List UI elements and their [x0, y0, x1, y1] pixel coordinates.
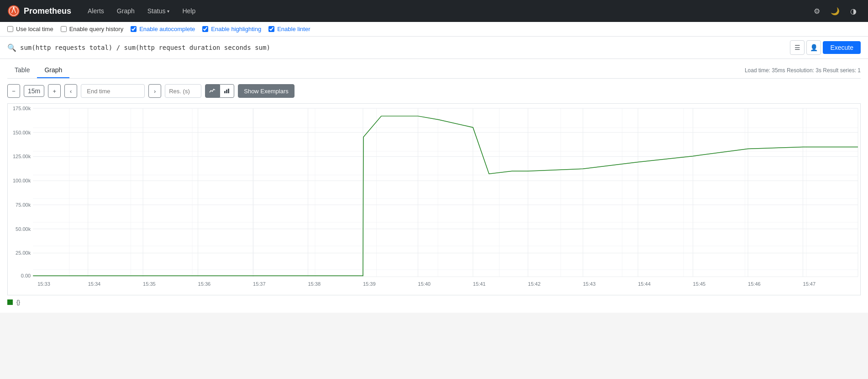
stacked-chart-icon	[224, 87, 230, 95]
svg-text:15:40: 15:40	[418, 281, 431, 287]
svg-text:15:35: 15:35	[143, 281, 156, 287]
svg-rect-4	[226, 90, 227, 93]
svg-text:125.00k: 125.00k	[13, 154, 31, 159]
svg-text:50.00k: 50.00k	[16, 226, 31, 232]
chart-type-toggle	[205, 84, 234, 98]
use-local-time-label[interactable]: Use local time	[7, 26, 53, 32]
enable-linter-text: Enable linter	[277, 26, 310, 32]
svg-text:15:45: 15:45	[693, 281, 706, 287]
svg-point-2	[13, 7, 15, 9]
svg-text:15:37: 15:37	[253, 281, 266, 287]
use-local-time-text: Use local time	[16, 26, 53, 32]
svg-text:15:43: 15:43	[583, 281, 596, 287]
nav-alerts[interactable]: Alerts	[82, 4, 110, 18]
navbar-right: ⚙ 🌙 ◑	[810, 4, 861, 18]
enable-query-history-text: Enable query history	[69, 26, 124, 32]
main-nav: Alerts Graph Status ▾ Help	[82, 4, 201, 18]
svg-rect-5	[228, 89, 229, 93]
load-info: Load time: 35ms Resolution: 3s Result se…	[745, 67, 861, 74]
tab-graph[interactable]: Graph	[37, 63, 69, 78]
enable-linter-checkbox[interactable]	[268, 26, 274, 32]
tabs-row: Table Graph Load time: 35ms Resolution: …	[7, 63, 861, 79]
info-button[interactable]: 👤	[806, 40, 821, 55]
nav-status[interactable]: Status ▾	[142, 4, 175, 18]
search-bar: 🔍 ☰ 👤 Execute	[0, 37, 868, 59]
duration-label: 15m	[24, 85, 44, 97]
contrast-icon: ◑	[850, 7, 857, 16]
brand-name: Prometheus	[24, 6, 71, 16]
svg-text:15:47: 15:47	[803, 281, 816, 287]
zoom-in-button[interactable]: +	[48, 84, 61, 98]
graph-controls: − 15m + ‹ ›	[7, 80, 861, 101]
show-exemplars-button[interactable]: Show Exemplars	[238, 84, 295, 98]
enable-autocomplete-checkbox[interactable]	[131, 26, 137, 32]
svg-text:15:38: 15:38	[308, 281, 321, 287]
enable-highlighting-label[interactable]: Enable highlighting	[202, 26, 261, 32]
legend-label: {}	[16, 299, 20, 305]
enable-highlighting-text: Enable highlighting	[211, 26, 261, 32]
settings-button[interactable]: ⚙	[810, 4, 824, 18]
chart-legend: {}	[7, 295, 861, 309]
svg-text:15:42: 15:42	[528, 281, 541, 287]
enable-query-history-checkbox[interactable]	[61, 26, 67, 32]
zoom-out-button[interactable]: −	[7, 84, 20, 98]
dark-mode-button[interactable]: 🌙	[828, 4, 842, 18]
enable-autocomplete-text: Enable autocomplete	[139, 26, 195, 32]
svg-text:15:33: 15:33	[37, 281, 50, 287]
enable-highlighting-checkbox[interactable]	[202, 26, 208, 32]
svg-text:150.00k: 150.00k	[13, 130, 31, 135]
person-icon: 👤	[810, 44, 818, 51]
chevron-down-icon: ▾	[167, 9, 169, 14]
stacked-chart-button[interactable]	[220, 84, 234, 98]
gear-icon: ⚙	[814, 7, 820, 16]
svg-text:0.00: 0.00	[21, 273, 31, 278]
contrast-button[interactable]: ◑	[846, 4, 861, 18]
enable-linter-label[interactable]: Enable linter	[268, 26, 310, 32]
svg-rect-3	[224, 91, 226, 93]
navbar: Prometheus Alerts Graph Status ▾ Help ⚙ …	[0, 0, 868, 22]
svg-text:100.00k: 100.00k	[13, 178, 31, 183]
svg-text:15:39: 15:39	[363, 281, 376, 287]
svg-text:15:36: 15:36	[198, 281, 211, 287]
svg-text:15:46: 15:46	[748, 281, 761, 287]
options-bar: Use local time Enable query history Enab…	[0, 22, 868, 37]
nav-graph[interactable]: Graph	[111, 4, 140, 18]
svg-text:175.00k: 175.00k	[13, 106, 31, 111]
enable-query-history-label[interactable]: Enable query history	[61, 26, 124, 32]
end-time-input[interactable]	[81, 84, 145, 98]
execute-button[interactable]: Execute	[823, 41, 861, 54]
history-button[interactable]: ☰	[790, 40, 805, 55]
svg-text:15:44: 15:44	[638, 281, 651, 287]
chart-svg: 175.00k 150.00k 125.00k 100.00k 75.00k 5…	[8, 104, 860, 295]
tab-table[interactable]: Table	[7, 63, 37, 78]
search-icon: 🔍	[7, 43, 16, 52]
prev-time-button[interactable]: ‹	[64, 84, 77, 98]
list-icon: ☰	[794, 44, 800, 51]
nav-help[interactable]: Help	[177, 4, 201, 18]
svg-text:25.00k: 25.00k	[16, 250, 31, 256]
search-actions: ☰ 👤 Execute	[790, 40, 861, 55]
svg-text:75.00k: 75.00k	[16, 202, 31, 208]
main-content: Table Graph Load time: 35ms Resolution: …	[0, 59, 868, 313]
moon-icon: 🌙	[831, 7, 840, 16]
query-input[interactable]	[20, 44, 786, 51]
line-chart-icon	[209, 87, 216, 95]
brand-link[interactable]: Prometheus	[7, 5, 71, 17]
chart-container: 175.00k 150.00k 125.00k 100.00k 75.00k 5…	[7, 103, 861, 295]
legend-color-swatch	[7, 299, 13, 305]
svg-rect-6	[33, 108, 858, 277]
use-local-time-checkbox[interactable]	[7, 26, 13, 32]
svg-text:15:34: 15:34	[88, 281, 101, 287]
enable-autocomplete-label[interactable]: Enable autocomplete	[131, 26, 195, 32]
prometheus-logo	[7, 5, 20, 17]
next-time-button[interactable]: ›	[148, 84, 161, 98]
resolution-input[interactable]	[165, 84, 201, 98]
svg-text:15:41: 15:41	[473, 281, 486, 287]
line-chart-button[interactable]	[205, 84, 220, 98]
